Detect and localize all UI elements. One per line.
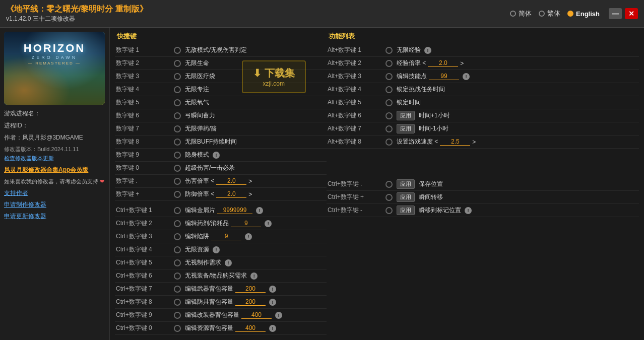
lang-english[interactable]: English [567,10,600,18]
warn-ctrl-9[interactable]: ! [275,312,282,319]
edit-val-ctrl-2[interactable]: 9 [231,220,261,227]
r-toggle-alt-3[interactable] [385,73,393,80]
edit-val-ctrl-1[interactable]: 9999999 [217,207,252,214]
defense-value[interactable]: 2.0 [216,190,246,198]
request-update-link-row[interactable]: 申请更新修改器 [4,212,105,221]
key-ctrl-9: Ctrl+数字键 9 [116,311,174,319]
name-2: 无限生命 [185,59,326,67]
lang-traditional-radio[interactable] [539,11,545,17]
edit-val-ctrl-3[interactable]: 9 [211,233,241,240]
toggle-2[interactable] [174,60,181,67]
toggle-ctrl-1[interactable] [174,207,181,214]
apply-ctrl-plus[interactable]: 应用 [397,192,415,202]
sidebar: HORIZON ZERO DAWN — REMASTERED — 游戏进程名： … [0,28,110,340]
r-key-alt-5: Alt+数字键 5 [328,98,385,107]
toggle-4[interactable] [174,86,181,93]
request-trainer-link-row[interactable]: 申请制作修改器 [4,200,105,209]
key-ctrl-1: Ctrl+数字键 1 [116,206,174,215]
edit-val-ctrl-7[interactable]: 200 [235,285,266,293]
edit-val-ctrl-0[interactable]: 400 [235,324,266,332]
edit-val-ctrl-9[interactable]: 400 [241,311,272,319]
toggle-ctrl-7[interactable] [174,286,181,293]
edit-val-ctrl-8[interactable]: 200 [235,298,266,306]
r-warn-ctrl-minus[interactable]: ! [465,207,472,214]
lang-traditional[interactable]: 繁体 [539,9,560,18]
toggle-ctrl-6[interactable] [174,273,181,280]
r-toggle-ctrl-minus[interactable] [385,207,393,214]
warn-ctrl-6[interactable]: ! [250,273,257,280]
r-toggle-alt-8[interactable] [385,139,393,146]
r-toggle-alt-5[interactable] [385,99,393,106]
r-warn-alt-3[interactable]: ! [463,73,470,80]
toggle-1[interactable] [174,47,181,54]
name-ctrl-2: 编辑药剂/消耗品 9 ! [185,219,326,228]
toggle-ctrl-8[interactable] [174,299,181,306]
warn-ctrl-3[interactable]: ! [245,233,252,240]
toggle-ctrl-0[interactable] [174,325,181,332]
toggle-0[interactable] [174,165,181,172]
name-ctrl-0: 编辑资源背包容量 400 ! [185,324,326,332]
toggle-ctrl-4[interactable] [174,246,181,253]
toggle-9[interactable] [174,152,181,159]
lang-english-radio[interactable] [567,11,573,17]
warn-ctrl-8[interactable]: ! [269,299,276,306]
apply-ctrl-dot[interactable]: 应用 [397,179,415,189]
r-name-alt-3: 编辑技能点 99 ! [397,72,638,81]
warn-ctrl-7[interactable]: ! [269,286,276,293]
shortcut-header: 快捷键 [117,32,329,41]
game-banner: HORIZON ZERO DAWN — REMASTERED — [4,32,105,105]
r-toggle-ctrl-dot[interactable] [385,181,393,188]
r-toggle-alt-6[interactable] [385,112,393,119]
support-link[interactable]: 支持作者 [4,189,28,196]
name-8: 无限BUFF持续时间 [185,138,326,146]
lang-traditional-label: 繁体 [547,9,560,18]
warn-ctrl-0[interactable]: ! [269,325,276,332]
request-trainer-link[interactable]: 申请制作修改器 [4,201,46,208]
warn-ctrl-2[interactable]: ! [265,220,272,227]
support-link-row[interactable]: 支持作者 [4,189,105,197]
warn-ctrl-5[interactable]: ! [225,259,232,266]
title-bar: 《地平线：零之曙光/黎明时分 重制版》 v1.1.42.0 三十二项修改器 简体… [0,0,644,28]
toggle-ctrl-2[interactable] [174,220,181,227]
apply-alt-7[interactable]: 应用 [397,124,415,133]
key-ctrl-6: Ctrl+数字键 6 [116,271,174,280]
exp-value[interactable]: 2.0 [428,59,458,67]
game-process-row: 游戏进程名： [4,109,105,118]
warn-9[interactable]: ! [213,152,220,159]
toggle-dot-btn[interactable] [174,178,181,185]
damage-value[interactable]: 2.0 [216,177,246,185]
check-update-link[interactable]: 检查修改器版本更新 [4,154,105,163]
r-toggle-ctrl-plus[interactable] [385,194,393,201]
request-update-link[interactable]: 申请更新修改器 [4,213,46,220]
r-warn-alt-1[interactable]: ! [424,47,431,54]
app-link[interactable]: 风灵月影修改器合集App会员版 [4,166,88,173]
r-toggle-alt-1[interactable] [385,47,393,54]
cheat-ctrl-5: Ctrl+数字键 5 无视制作需求 ! [115,256,327,269]
minimize-button[interactable]: — [609,8,622,19]
edit-skill-pts[interactable]: 99 [429,73,459,80]
r-toggle-alt-2[interactable] [385,60,393,67]
apply-ctrl-minus[interactable]: 应用 [397,206,415,215]
toggle-5[interactable] [174,99,181,106]
close-button[interactable]: ✕ [625,8,638,19]
toggle-ctrl-3[interactable] [174,233,181,240]
cheat-ctrl-0: Ctrl+数字键 0 编辑资源背包容量 400 ! [115,322,327,335]
toggle-plus[interactable] [174,191,181,198]
toggle-6[interactable] [174,112,181,119]
game-speed-value[interactable]: 2.5 [440,138,470,146]
warn-ctrl-1[interactable]: ! [256,207,263,214]
r-toggle-alt-4[interactable] [385,86,393,93]
apply-alt-6[interactable]: 应用 [397,111,415,120]
toggle-ctrl-5[interactable] [174,259,181,266]
lang-simplified[interactable]: 简体 [510,9,532,18]
warn-ctrl-4[interactable]: ! [213,246,220,253]
key-dot: 数字键 . [116,177,174,185]
toggle-7[interactable] [174,125,181,132]
toggle-3[interactable] [174,73,181,80]
r-toggle-alt-7[interactable] [385,125,393,132]
toggle-8[interactable] [174,139,181,146]
toggle-ctrl-9[interactable] [174,312,181,319]
cheat-row-9: 数字键 9 隐身模式 ! [115,149,327,162]
lang-simplified-radio[interactable] [510,11,516,17]
app-link-row[interactable]: 风灵月影修改器合集App会员版 [4,166,105,174]
